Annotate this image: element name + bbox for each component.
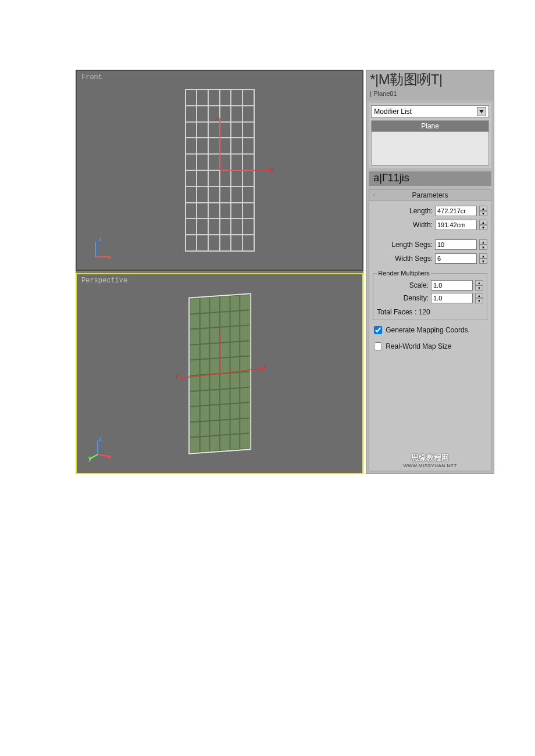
realworld-row[interactable]: Real-World Map Size xyxy=(374,342,486,350)
panel-header: *|M勒图咧T| | Plane01 xyxy=(366,70,494,101)
watermark-line1: 思缘教程网 xyxy=(369,453,491,463)
width-label: Width: xyxy=(373,221,433,229)
param-list: Length: ▲▼ Width: ▲▼ Length Segs: ▲▼ Wid xyxy=(369,201,491,355)
sub-header: a|Γ11jis xyxy=(369,171,491,186)
rollout-title-bar[interactable]: - Parameters xyxy=(369,190,491,201)
total-faces: Total Faces : 120 xyxy=(377,306,483,316)
scale-label: Scale: xyxy=(377,281,429,289)
parameters-rollout: - Parameters Length: ▲▼ Width: ▲▼ Length… xyxy=(369,189,491,471)
width-input[interactable] xyxy=(435,220,477,230)
svg-marker-9 xyxy=(179,376,184,381)
viewport-area: Front // empty — cells injected after lo… xyxy=(76,70,363,474)
width-segs-spinner[interactable]: ▲▼ xyxy=(479,253,487,264)
object-name: | Plane01 xyxy=(366,90,494,99)
rollout-title: Parameters xyxy=(412,191,448,199)
modifier-block: Modifier List Plane xyxy=(369,103,491,168)
length-segs-label: Length Segs: xyxy=(373,241,433,249)
density-label: Density: xyxy=(377,294,429,302)
gen-mapping-checkbox[interactable] xyxy=(374,326,382,334)
width-segs-input[interactable] xyxy=(435,253,477,264)
render-mult-legend: Render Multipliers xyxy=(377,270,431,277)
scale-input[interactable] xyxy=(431,280,473,291)
axis-y-label: y xyxy=(176,372,179,379)
axis-gizmo-persp: z x y xyxy=(90,437,113,460)
modifier-list-label: Modifier List xyxy=(374,108,412,116)
plane-mesh-perspective xyxy=(188,293,251,454)
length-label: Length: xyxy=(373,207,433,215)
length-segs-spinner[interactable]: ▲▼ xyxy=(479,239,487,250)
viewport-perspective[interactable]: Perspective x y z xyxy=(76,273,363,474)
param-width-segs: Width Segs: ▲▼ xyxy=(373,253,487,264)
viewport-label-front: Front xyxy=(81,73,102,81)
param-density: Density: ▲▼ xyxy=(377,293,483,303)
length-spinner[interactable]: ▲▼ xyxy=(479,206,487,216)
realworld-checkbox[interactable] xyxy=(374,342,382,350)
axis-x-label: x xyxy=(264,363,267,370)
svg-marker-2 xyxy=(268,168,272,173)
watermark-line2: WWW.MISSYUAN.NET xyxy=(369,463,491,468)
param-scale: Scale: ▲▼ xyxy=(377,280,483,291)
collapse-icon[interactable]: - xyxy=(373,191,375,199)
render-multipliers-group: Render Multipliers Scale: ▲▼ Density: ▲▼… xyxy=(373,270,487,320)
watermark: 思缘教程网 WWW.MISSYUAN.NET xyxy=(369,453,491,471)
modifier-stack-entry[interactable]: Plane xyxy=(372,121,488,132)
density-input[interactable] xyxy=(431,293,473,303)
scale-spinner[interactable]: ▲▼ xyxy=(475,280,483,291)
param-length-segs: Length Segs: ▲▼ xyxy=(373,239,487,250)
width-segs-label: Width Segs: xyxy=(373,255,433,263)
app-shell: Front // empty — cells injected after lo… xyxy=(76,70,494,476)
length-segs-input[interactable] xyxy=(435,239,477,250)
gen-mapping-row[interactable]: Generate Mapping Coords. xyxy=(374,326,486,334)
command-panel: *|M勒图咧T| | Plane01 Modifier List Plane a… xyxy=(366,70,494,474)
density-spinner[interactable]: ▲▼ xyxy=(475,293,483,303)
svg-marker-8 xyxy=(261,367,265,371)
plane-wireframe-front: // empty — cells injected after load xyxy=(185,89,255,252)
panel-title: *|M勒图咧T| xyxy=(366,70,494,90)
gen-mapping-label: Generate Mapping Coords. xyxy=(386,326,470,334)
length-input[interactable] xyxy=(435,206,477,216)
realworld-label: Real-World Map Size xyxy=(386,342,451,350)
param-width: Width: ▲▼ xyxy=(373,220,487,230)
dropdown-icon[interactable] xyxy=(477,107,486,116)
axis-x-label: x xyxy=(271,167,274,173)
modifier-list-dropdown[interactable]: Modifier List xyxy=(371,105,489,118)
modifier-stack[interactable]: Plane xyxy=(371,120,489,166)
viewport-front[interactable]: Front // empty — cells injected after lo… xyxy=(76,70,363,271)
param-length: Length: ▲▼ xyxy=(373,206,487,216)
viewport-label-persp: Perspective xyxy=(81,277,127,285)
width-spinner[interactable]: ▲▼ xyxy=(479,220,487,230)
axis-gizmo-front: z x xyxy=(90,237,113,260)
